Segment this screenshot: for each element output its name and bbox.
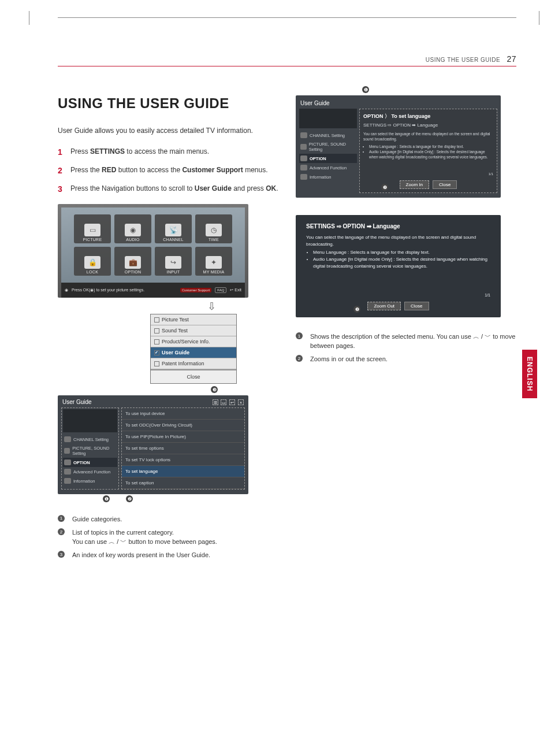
- dside-advanced[interactable]: Advanced Function: [299, 163, 357, 172]
- menu-channel[interactable]: 📡CHANNEL: [155, 214, 192, 243]
- side-information[interactable]: Information: [63, 476, 117, 486]
- monitor-icon: ▭: [84, 224, 100, 236]
- bullet-1-icon: 1: [58, 515, 65, 522]
- back-icon[interactable]: ↩: [229, 399, 235, 405]
- dside-picture-sound[interactable]: PICTURE, SOUND Setting: [299, 140, 357, 154]
- faq-button[interactable]: FAQ: [215, 287, 226, 293]
- detail-main-panel: OPTION 〉 To set language SETTINGS ⇨ OPTI…: [359, 109, 497, 193]
- side-option[interactable]: OPTION: [63, 458, 117, 467]
- window-controls: ☰ ▭ ↩ ×: [211, 399, 244, 405]
- zoomed-bullets: Menu Language : Selects a language for t…: [306, 249, 490, 270]
- detail-preview: [299, 109, 357, 128]
- zoomed-close-button[interactable]: Close: [404, 302, 429, 310]
- cs-item-patent-info[interactable]: Patent Information: [151, 358, 236, 369]
- media-icon: ✦: [206, 256, 222, 269]
- topic-odc[interactable]: To set ODC(Over Driving Circuit): [122, 420, 244, 431]
- menu-time[interactable]: ◷TIME: [195, 214, 232, 243]
- gear-icon: [300, 155, 307, 161]
- topic-input-device[interactable]: To use input device: [122, 408, 244, 420]
- screen-icon[interactable]: ▭: [221, 399, 226, 405]
- cs-item-user-guide[interactable]: User Guide: [151, 347, 236, 358]
- topic-pip[interactable]: To use PIP(Picture In Picture): [122, 431, 244, 443]
- rcallout-2-text: Zooms in or out the screen.: [310, 355, 388, 364]
- ok-hint-icon: ◉: [65, 288, 68, 292]
- zoom-in-button[interactable]: Zoom In: [400, 180, 429, 189]
- topic-time[interactable]: To set time options: [122, 443, 244, 454]
- dside-option[interactable]: OPTION: [299, 154, 357, 163]
- advanced-icon: [64, 469, 71, 475]
- menu-mymedia[interactable]: ✦MY MEDIA: [195, 247, 232, 276]
- two-column-layout: USING THE USER GUIDE User Guide allows y…: [58, 95, 516, 565]
- step-3: Press the Navigation buttons to scroll t…: [58, 183, 278, 194]
- menu-picture[interactable]: ▭PICTURE: [74, 214, 111, 243]
- ug-sidebar: CHANNEL Setting PICTURE, SOUND Setting O…: [61, 407, 119, 490]
- topic-language[interactable]: To set language: [122, 466, 244, 477]
- info-icon: [64, 478, 71, 484]
- intro-text: User Guide allows you to easily access d…: [58, 125, 278, 136]
- side-channel-setting[interactable]: CHANNEL Setting: [63, 435, 117, 444]
- page-title: USING THE USER GUIDE: [58, 95, 278, 112]
- detail-callout-marker-1: ❶: [362, 86, 369, 93]
- topic-lock[interactable]: To set TV lock options: [122, 454, 244, 466]
- lock-icon: 🔒: [84, 256, 100, 269]
- dside-information[interactable]: Information: [299, 172, 357, 181]
- exit-button[interactable]: ↩ Exit: [230, 288, 241, 292]
- bullet-3-icon: 3: [58, 551, 65, 558]
- zoomed-desc: You can select the language of the menu …: [306, 234, 490, 248]
- gear-icon: [64, 459, 71, 465]
- rbullet-1-icon: 1: [296, 332, 303, 339]
- callout-3-text: An index of key words present in the Use…: [72, 551, 210, 559]
- detail-bullets: Menu Language : Selects a language for t…: [363, 144, 493, 160]
- rbullet-2-icon: 2: [296, 355, 303, 362]
- sliders-icon: [300, 144, 307, 150]
- user-guide-detail-screenshot: User Guide CHANNEL Setting PICTURE, SOUN…: [296, 95, 501, 198]
- detail-title: User Guide: [299, 99, 497, 109]
- info-icon: [300, 174, 307, 180]
- menu-option[interactable]: 💼OPTION: [114, 247, 151, 276]
- cs-item-picture-test[interactable]: Picture Test: [151, 314, 236, 325]
- callout-marker-1: ❶: [103, 495, 110, 502]
- zoomed-page-indicator: 1/1: [306, 293, 490, 297]
- topic-caption[interactable]: To set caption: [122, 477, 244, 489]
- page: USING THE USER GUIDE 27 ENGLISH USING TH…: [58, 17, 516, 565]
- side-picture-sound[interactable]: PICTURE, SOUND Setting: [63, 444, 117, 458]
- close-icon[interactable]: ×: [238, 399, 244, 405]
- index-icon[interactable]: ☰: [213, 399, 218, 405]
- zoomed-path: SETTINGS ⇨ OPTION ➡ Language: [306, 223, 490, 229]
- detail-sidebar: CHANNEL Setting PICTURE, SOUND Setting O…: [299, 109, 357, 193]
- menu-audio[interactable]: ◉AUDIO: [114, 214, 151, 243]
- steps-list: Press SETTINGS to access the main menus.…: [58, 146, 278, 194]
- ug-preview-thumb: [63, 409, 117, 432]
- callout-marker-2: ❷: [126, 495, 133, 502]
- menu-input[interactable]: ↪INPUT: [155, 247, 192, 276]
- cs-item-sound-test[interactable]: Sound Test: [151, 325, 236, 336]
- header-section: USING THE USER GUIDE: [426, 57, 500, 63]
- side-advanced[interactable]: Advanced Function: [63, 467, 117, 476]
- step-1: Press SETTINGS to access the main menus.: [58, 146, 278, 157]
- bullet-2-icon: 2: [58, 528, 65, 535]
- menu-lock[interactable]: 🔒LOCK: [74, 247, 111, 276]
- ug-topic-list: To use input device To set ODC(Over Driv…: [121, 407, 245, 490]
- input-icon: ↪: [165, 256, 181, 269]
- zoom-out-button[interactable]: Zoom Out: [367, 302, 401, 310]
- tv-icon: [300, 132, 307, 138]
- step-2: Press the RED button to access the Custo…: [58, 165, 278, 175]
- rcallout-1-text: Shows the description of the selected me…: [310, 332, 516, 350]
- right-column: ❶ User Guide CHANNEL Setting PICTURE, SO…: [296, 95, 516, 565]
- antenna-icon: 📡: [165, 224, 181, 236]
- ug-title: User Guide: [62, 399, 92, 405]
- cs-item-product-info[interactable]: Product/Service Info.: [151, 336, 236, 347]
- dside-channel[interactable]: CHANNEL Setting: [299, 131, 357, 140]
- customer-support-button[interactable]: Customer Support: [180, 288, 212, 292]
- detail-close-button[interactable]: Close: [433, 180, 457, 189]
- page-number: 27: [507, 54, 516, 64]
- cs-close-button[interactable]: Close: [151, 369, 236, 383]
- callout-1-text: Guide categories.: [72, 515, 122, 524]
- sliders-icon: [64, 448, 70, 454]
- language-tab: ENGLISH: [522, 350, 537, 398]
- detail-panel-title: OPTION 〉 To set language: [363, 113, 493, 120]
- callout-marker-3: ❸: [211, 386, 218, 393]
- right-callouts: 1Shows the description of the selected m…: [296, 332, 516, 364]
- down-arrow-icon: ⇩: [144, 300, 278, 313]
- briefcase-icon: 💼: [125, 256, 141, 269]
